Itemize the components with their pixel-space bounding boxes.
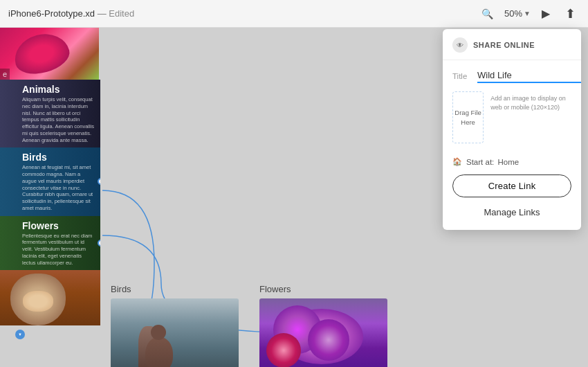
drag-drop-zone[interactable]: Drag File Here — [452, 91, 484, 143]
down-connector-area — [0, 325, 100, 339]
search-icon: 🔍 — [481, 8, 493, 19]
flowers-column-label: Flowers — [259, 284, 387, 294]
image-upload-area: Drag File Here Add an image to display o… — [452, 91, 571, 150]
phone-panel: e Animals Aliquam turpis velit, consequa… — [0, 28, 100, 367]
monkey-image — [0, 270, 100, 325]
birds-label: Birds — [22, 152, 95, 163]
lotus-image: e — [0, 28, 99, 80]
share-title-row: Title — [452, 69, 571, 83]
share-circle-icon: 👁 — [452, 37, 468, 53]
add-image-text: Add an image to display on web or mobile… — [490, 91, 571, 111]
flowers-column: Flowers — [259, 284, 387, 367]
play-icon: ▶ — [542, 7, 550, 20]
birds-column-label: Birds — [111, 284, 239, 294]
connector-dot-birds — [98, 178, 100, 185]
share-body: Title Drag File Here Add an image to dis… — [443, 60, 581, 230]
birds-content-image — [111, 298, 239, 367]
start-at-label: Start at: Home — [466, 158, 519, 166]
manage-links-button[interactable]: Manage Links — [452, 203, 571, 222]
image-label-e: e — [0, 69, 10, 80]
drag-text: Drag File Here — [454, 109, 481, 125]
share-header-title: SHARE ONLINE — [473, 41, 535, 49]
flowers-text: Pellentesque eu erat nec diam fermentum … — [22, 233, 95, 267]
chevron-down-icon: ▼ — [524, 10, 531, 17]
section-animals: Animals Aliquam turpis velit, consequat … — [0, 80, 100, 147]
create-link-button[interactable]: Create Link — [452, 174, 571, 197]
home-icon: 🏠 — [452, 157, 462, 166]
section-flowers: Flowers Pellentesque eu erat nec diam fe… — [0, 216, 100, 271]
share-header: 👁 SHARE ONLINE — [443, 29, 581, 60]
animals-label: Animals — [22, 84, 95, 95]
flowers-label: Flowers — [22, 220, 95, 231]
eye-icon: 👁 — [457, 42, 463, 49]
topbar: iPhone6-Prototype.xd — Edited 🔍 50% ▼ ▶ … — [0, 0, 588, 28]
down-arrow-dot — [15, 330, 25, 339]
share-panel: 👁 SHARE ONLINE Title Drag File Here Add … — [443, 29, 581, 230]
animals-text: Aliquam turpis velit, consequat nec diam… — [22, 96, 95, 143]
zoom-control[interactable]: 50% ▼ — [504, 8, 531, 19]
birds-column: Birds — [111, 284, 239, 367]
title-label: Title — [452, 72, 472, 80]
create-link-label: Create Link — [488, 181, 536, 191]
connector-dot-flowers — [98, 240, 100, 247]
topbar-right: 🔍 50% ▼ ▶ ⬆ — [477, 3, 580, 24]
title-input[interactable] — [477, 69, 581, 83]
play-button[interactable]: ▶ — [538, 4, 554, 23]
share-button[interactable]: ⬆ — [561, 3, 580, 24]
manage-links-label: Manage Links — [484, 207, 540, 217]
start-at-row: 🏠 Start at: Home — [452, 157, 571, 166]
search-button[interactable]: 🔍 — [477, 6, 497, 22]
birds-text: Aenean at feugiat mi, sit amet commodo m… — [22, 164, 95, 211]
bottom-content: Birds Flowers — [111, 284, 457, 367]
section-birds: Birds Aenean at feugiat mi, sit amet com… — [0, 147, 100, 215]
topbar-title: iPhone6-Prototype.xd — Edited — [8, 8, 134, 19]
upload-icon: ⬆ — [565, 6, 576, 21]
zoom-value: 50% — [504, 8, 522, 19]
content-columns: Birds Flowers — [111, 284, 457, 367]
flowers-content-image — [259, 298, 387, 367]
